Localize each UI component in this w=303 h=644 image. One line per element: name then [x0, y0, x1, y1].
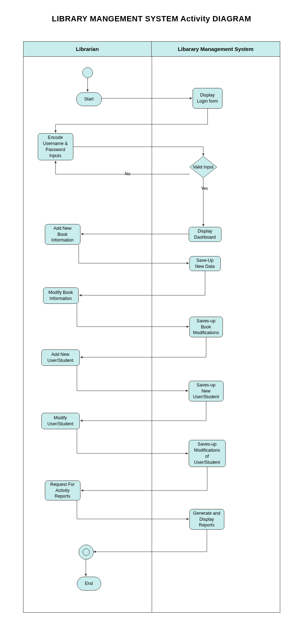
lane-divider — [152, 57, 152, 612]
lane-header-librarian: Librarian — [23, 42, 152, 56]
display-dashboard-node: Display Dashboard — [189, 227, 221, 242]
lane-headers: Librarian Libarary Management System — [23, 42, 280, 57]
save-new-user-node: Saves-up New User/Student — [189, 381, 224, 401]
swimlane-container: Librarian Libarary Management System Sta… — [23, 41, 280, 613]
save-new-data-node: Save-Up New Data — [189, 256, 221, 271]
request-reports-node: Request For Activity Reports — [45, 481, 80, 500]
encode-node: Encode Username & Password Inputs — [38, 133, 73, 160]
display-login-node: Display Login form — [193, 88, 223, 109]
save-book-mod-node: Saves-up Book Modifications — [189, 317, 223, 337]
lane-body: Start Encode Username & Password Inputs … — [23, 57, 280, 612]
valid-input-decision: Valid Input — [190, 156, 217, 178]
generate-reports-node: Generate and Display Reports — [189, 509, 224, 530]
add-book-node: Add New Book Information — [45, 224, 80, 245]
end-node: End — [77, 577, 101, 591]
modify-book-node: Modify Book Information — [43, 287, 79, 304]
add-user-node: Add New User/Student — [41, 349, 80, 366]
initial-node — [82, 67, 93, 78]
diagram-title: LIBRARY MANGEMENT SYSTEM Activity DIAGRA… — [21, 14, 282, 24]
modify-user-node: Modify User/Student — [41, 413, 80, 429]
lane-header-system: Libarary Management System — [152, 42, 280, 56]
save-user-mod-node: Saves-up Modifications of User/Student — [189, 440, 226, 467]
final-node — [79, 545, 94, 560]
no-label: No — [124, 171, 131, 176]
start-node: Start — [76, 92, 102, 106]
yes-label: Yes — [200, 186, 209, 191]
